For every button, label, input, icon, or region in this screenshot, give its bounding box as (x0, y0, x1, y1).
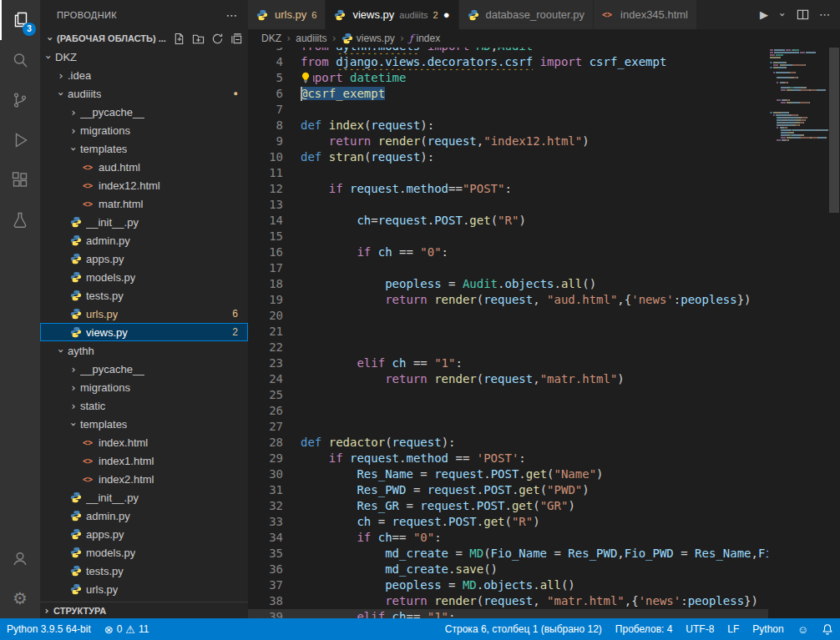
explorer-icon[interactable]: 3 (0, 0, 40, 40)
tab-urls.py[interactable]: urls.py6 (248, 0, 326, 29)
collapse-all-icon[interactable] (230, 33, 243, 45)
tree-item-index2.html[interactable]: <>index2.html (40, 470, 248, 488)
code-line-5[interactable]: 5import datetime (248, 70, 768, 86)
code-line-13[interactable]: 13 (248, 197, 768, 213)
new-file-icon[interactable] (173, 33, 185, 45)
code-line-33[interactable]: 33 ch = request.POST.get("R") (248, 514, 768, 530)
tree-item-migrations[interactable]: ›migrations (40, 378, 248, 396)
tree-item-templates[interactable]: ›templates (40, 415, 248, 433)
code-line-25[interactable]: 25 (248, 387, 768, 403)
code-line-6[interactable]: 6@csrf_exempt (248, 86, 768, 102)
run-and-debug-icon[interactable] (0, 120, 40, 160)
tree-item-migrations[interactable]: ›migrations (40, 121, 248, 139)
code-line-32[interactable]: 32 Res_GR = request.POST.get("GR") (248, 498, 768, 514)
problems-status[interactable]: ⊗ 0 ⚠ 11 (98, 618, 156, 640)
code-line-7[interactable]: 7 (248, 102, 768, 118)
tree-item-index1.html[interactable]: <>index1.html (40, 451, 248, 470)
breadcrumb-DKZ[interactable]: DKZ (261, 33, 281, 44)
tree-item-urls.py[interactable]: urls.py (40, 580, 248, 598)
split-editor-icon[interactable] (797, 8, 809, 21)
tree-item-audiiits[interactable]: ›audiiits● (40, 84, 248, 103)
code-line-38[interactable]: 38 return render(request, "matr.html",{'… (248, 593, 768, 609)
new-folder-icon[interactable] (192, 33, 205, 45)
code-line-31[interactable]: 31 Res_PWD = request.POST.get("PWD") (248, 482, 768, 498)
code-line-15[interactable]: 15 (248, 229, 768, 244)
source-control-icon[interactable] (0, 80, 40, 120)
tree-item-views.py[interactable]: views.py2 (40, 323, 248, 341)
code-line-28[interactable]: 28def redactor(request): (248, 435, 768, 451)
code-area[interactable]: 3from aythh.models import MD,Audit4from … (248, 48, 768, 618)
tree-item-templates[interactable]: ›templates (40, 139, 248, 158)
tree-item-models.py[interactable]: models.py (40, 268, 248, 286)
run-python-file-icon[interactable]: ▶ (760, 8, 768, 21)
account-icon[interactable] (0, 538, 40, 578)
tree-item-index12.html[interactable]: <>index12.html (40, 176, 248, 194)
tree-item-DKZ[interactable]: ›DKZ (40, 48, 248, 66)
outline-section-header[interactable]: › СТРУКТУРА (40, 602, 248, 618)
tree-item-tests.py[interactable]: tests.py (40, 286, 248, 305)
code-line-35[interactable]: 35 md_create = MD(Fio_Name = Res_PWD,Fio… (248, 546, 768, 562)
breadcrumb-views.py[interactable]: views.py (342, 33, 395, 44)
tree-item-admin.py[interactable]: admin.py (40, 231, 248, 249)
vertical-scrollbar[interactable] (828, 48, 840, 618)
tree-item-.idea[interactable]: ›.idea (40, 66, 248, 84)
search-icon[interactable] (0, 40, 40, 80)
code-line-24[interactable]: 24 return render(request,"matr.html") (248, 371, 768, 387)
tree-item-static[interactable]: ›static (40, 396, 248, 415)
tab-index345.html[interactable]: <>index345.html (594, 0, 697, 29)
breadcrumb-index[interactable]: ƒindex (409, 33, 440, 44)
breadcrumb-audiiits[interactable]: audiiits (296, 33, 326, 44)
notifications-bell-icon[interactable] (815, 618, 840, 640)
tree-item-__init__.py[interactable]: __init__.py (40, 488, 248, 506)
feedback-smiley-icon[interactable]: ☺ (791, 618, 815, 640)
code-line-39[interactable]: 39 elif ch== "1": (248, 609, 768, 618)
code-line-8[interactable]: 8def index(request): (248, 118, 768, 134)
tree-item-matr.html[interactable]: <>matr.html (40, 194, 248, 213)
tree-item-__init__.py[interactable]: __init__.py (40, 213, 248, 231)
python-interpreter-status[interactable]: Python 3.9.5 64-bit (0, 618, 98, 640)
code-line-34[interactable]: 34 if ch== "0": (248, 530, 768, 546)
run-dropdown-icon[interactable]: › (777, 11, 789, 19)
code-line-14[interactable]: 14 ch=request.POST.get("R") (248, 213, 768, 229)
code-line-17[interactable]: 17 (248, 260, 768, 276)
code-line-30[interactable]: 30 Res_Name = request.POST.get("Name") (248, 466, 768, 482)
tab-database_roouter.py[interactable]: database_roouter.py (459, 0, 595, 29)
tree-item-models.py[interactable]: models.py (40, 543, 248, 562)
extensions-icon[interactable] (0, 160, 40, 200)
code-line-20[interactable]: 20 (248, 308, 768, 324)
encoding-status[interactable]: UTF-8 (679, 618, 721, 640)
code-line-23[interactable]: 23 elif ch == "1": (248, 355, 768, 371)
code-line-26[interactable]: 26 (248, 403, 768, 419)
tree-item-aythh[interactable]: ›aythh (40, 341, 248, 360)
settings-gear-icon[interactable]: ⚙ (0, 578, 40, 618)
lightbulb-icon[interactable] (301, 72, 313, 85)
testing-icon[interactable] (0, 200, 40, 240)
minimap[interactable] (768, 48, 828, 618)
code-line-22[interactable]: 22 (248, 340, 768, 355)
code-line-16[interactable]: 16 if ch == "0": (248, 244, 768, 260)
scrollbar-thumb[interactable] (829, 48, 839, 213)
tree-item-index.html[interactable]: <>index.html (40, 433, 248, 451)
refresh-icon[interactable] (211, 33, 224, 45)
code-line-27[interactable]: 27 (248, 419, 768, 435)
cursor-position-status[interactable]: Строка 6, столбец 1 (выбрано 12) (438, 618, 609, 640)
code-line-29[interactable]: 29 if request.method == 'POST': (248, 451, 768, 466)
tree-item-__pycache__[interactable]: ›__pycache__ (40, 360, 248, 378)
code-line-36[interactable]: 36 md_create.save() (248, 562, 768, 577)
tree-item-admin.py[interactable]: admin.py (40, 506, 248, 525)
unsaved-dot-icon[interactable]: ● (443, 8, 450, 21)
tree-item-__pycache__[interactable]: ›__pycache__ (40, 103, 248, 121)
code-line-3[interactable]: 3from aythh.models import MD,Audit (248, 48, 768, 54)
language-mode-status[interactable]: Python (746, 618, 790, 640)
tree-item-urls.py[interactable]: urls.py6 (40, 305, 248, 323)
eol-status[interactable]: LF (721, 618, 746, 640)
workspace-section-header[interactable]: › (РАБОЧАЯ ОБЛАСТЬ) ... (40, 29, 248, 48)
tree-item-aud.html[interactable]: <>aud.html (40, 158, 248, 176)
more-actions-icon[interactable]: ⋯ (819, 8, 830, 21)
code-line-19[interactable]: 19 return render(request, "aud.html",{'n… (248, 292, 768, 308)
code-line-10[interactable]: 10def stran(request): (248, 149, 768, 165)
code-line-11[interactable]: 11 (248, 165, 768, 181)
code-line-9[interactable]: 9 return render(request,"index12.html") (248, 134, 768, 149)
indentation-status[interactable]: Пробелов: 4 (609, 618, 680, 640)
code-line-18[interactable]: 18 peopless = Audit.objects.all() (248, 276, 768, 292)
